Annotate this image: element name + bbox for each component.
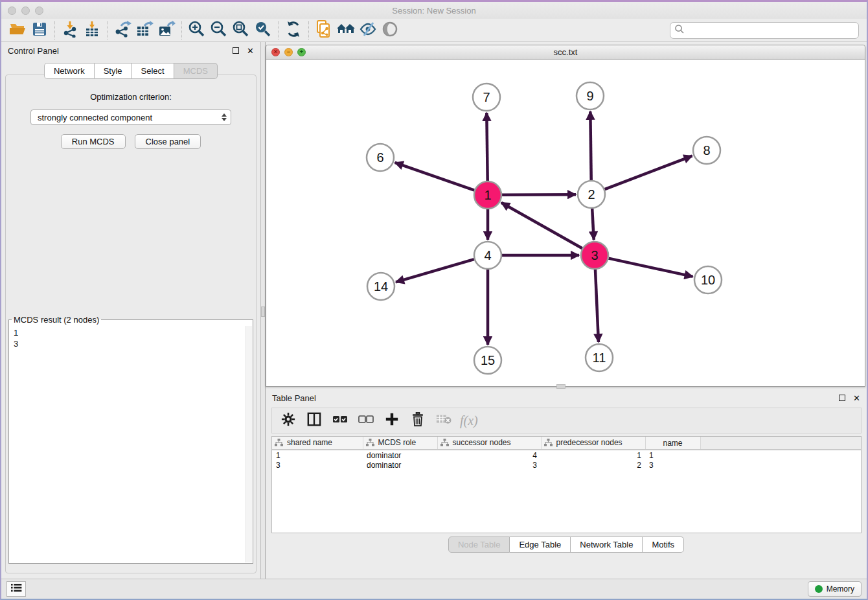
split-columns-icon (307, 412, 321, 429)
show-graphics-details-button[interactable] (357, 21, 379, 40)
tab-network[interactable]: Network (44, 63, 95, 79)
import-table-icon (84, 21, 100, 40)
close-table-panel-icon[interactable]: ✕ (853, 394, 860, 402)
table-settings-button[interactable] (279, 411, 298, 430)
search-icon (674, 24, 685, 37)
graph-edge-1-2[interactable] (502, 194, 576, 195)
toolbar-separator (107, 21, 108, 40)
float-table-panel-icon[interactable] (839, 395, 845, 401)
table-row[interactable]: 3 dominator 3 2 3 (272, 460, 861, 470)
column-header-mcds-role[interactable]: MCDS role (363, 437, 437, 450)
cell-successor-nodes[interactable]: 4 (437, 450, 541, 460)
selected-criterion: strongly connected component (38, 113, 222, 122)
cell-successor-nodes[interactable]: 3 (437, 460, 541, 470)
tab-select[interactable]: Select (132, 63, 174, 79)
graph-edge-3-1[interactable] (501, 203, 582, 248)
close-panel-icon[interactable]: ✕ (247, 47, 254, 55)
export-table-button[interactable] (133, 21, 155, 40)
export-network-button[interactable] (111, 21, 133, 40)
search-input[interactable] (685, 25, 854, 35)
control-panel: Control Panel ✕ Network Style Select MCD… (1, 42, 260, 579)
tab-style[interactable]: Style (95, 63, 132, 79)
gear-icon (281, 412, 295, 429)
fx-icon: f(x) (460, 413, 478, 428)
function-builder-button[interactable]: f(x) (460, 411, 478, 430)
column-header-successor-nodes[interactable]: successor nodes (437, 437, 541, 450)
optimization-criterion-label: Optimization criterion: (6, 92, 256, 102)
save-session-button[interactable] (29, 21, 51, 40)
export-network-icon (113, 21, 131, 40)
create-column-button[interactable] (382, 411, 402, 430)
select-all-columns-button[interactable] (330, 411, 350, 430)
optimization-criterion-select[interactable]: strongly connected component (30, 110, 231, 125)
clone-network-button[interactable] (313, 21, 335, 40)
graph-node-label-8: 8 (703, 143, 710, 157)
zoom-fit-button[interactable] (230, 21, 252, 40)
graph-edge-3-10[interactable] (608, 259, 692, 277)
column-header-predecessor-nodes[interactable]: predecessor nodes (541, 437, 645, 450)
toolbar-separator (181, 21, 182, 40)
open-file-button[interactable] (6, 21, 29, 40)
cell-predecessor-nodes[interactable]: 2 (541, 460, 645, 470)
graph-edge-1-7[interactable] (486, 113, 487, 181)
delete-table-icon (436, 413, 451, 428)
unchecked-boxes-icon (358, 414, 374, 427)
vertical-splitter[interactable] (260, 42, 266, 579)
cell-shared-name[interactable]: 1 (272, 450, 363, 460)
refresh-button[interactable] (282, 21, 304, 40)
tab-network-table[interactable]: Network Table (571, 537, 643, 553)
zoom-selected-button[interactable] (252, 21, 274, 40)
tab-edge-table[interactable]: Edge Table (510, 537, 571, 553)
save-icon (32, 21, 47, 40)
table-row[interactable]: 1 dominator 4 1 1 (272, 450, 861, 460)
main-toolbar (1, 19, 867, 42)
tab-motifs[interactable]: Motifs (643, 537, 684, 553)
unselect-all-columns-button[interactable] (356, 411, 376, 430)
import-table-button[interactable] (81, 21, 103, 40)
cell-predecessor-nodes[interactable]: 1 (541, 450, 645, 460)
import-network-button[interactable] (59, 21, 81, 40)
node-table: shared name MCDS role successor nodes pr… (271, 436, 862, 533)
splitter-handle[interactable] (261, 306, 265, 317)
network-canvas[interactable]: 1234678910111415 (266, 60, 865, 386)
graph-edge-2-8[interactable] (605, 156, 692, 190)
network-resize-handle[interactable] (556, 384, 565, 389)
graph-node-label-4: 4 (484, 248, 491, 262)
graph-edge-1-6[interactable] (395, 163, 475, 190)
graph-edge-4-14[interactable] (396, 259, 474, 282)
delete-column-button[interactable] (408, 411, 428, 430)
status-bar: Memory (1, 579, 867, 599)
graph-edge-3-11[interactable] (595, 270, 599, 342)
cell-name[interactable]: 3 (645, 460, 700, 470)
column-header-name[interactable]: name (645, 437, 700, 450)
birds-eye-view-button[interactable] (379, 21, 401, 40)
result-scrollbar[interactable] (246, 326, 252, 562)
mcds-result-text[interactable]: 1 3 (10, 326, 245, 562)
float-panel-icon[interactable] (233, 47, 239, 54)
cell-mcds-role[interactable]: dominator (363, 450, 437, 460)
column-header-shared-name[interactable]: shared name (272, 437, 363, 450)
memory-button[interactable]: Memory (808, 581, 862, 597)
export-image-icon (157, 21, 176, 40)
run-mcds-button[interactable]: Run MCDS (61, 134, 126, 149)
cell-name[interactable]: 1 (645, 450, 700, 460)
export-image-button[interactable] (155, 21, 177, 40)
zoom-out-button[interactable] (208, 21, 230, 40)
cell-mcds-role[interactable]: dominator (363, 460, 437, 470)
zoom-in-button[interactable] (186, 21, 208, 40)
eye-slash-icon (359, 21, 377, 40)
cell-shared-name[interactable]: 3 (272, 460, 363, 470)
tab-node-table[interactable]: Node Table (448, 537, 510, 553)
task-history-button[interactable] (6, 581, 26, 597)
graph-edge-2-3[interactable] (592, 209, 594, 240)
tab-mcds[interactable]: MCDS (174, 63, 218, 79)
close-panel-button[interactable]: Close panel (135, 134, 201, 149)
graph-edge-2-9[interactable] (590, 111, 591, 180)
delete-table-button[interactable] (434, 411, 453, 430)
zoom-fit-icon (232, 20, 250, 41)
graph-node-label-2: 2 (588, 187, 595, 202)
layout-home-icon-button[interactable] (335, 21, 357, 40)
table-panel-header: Table Panel ✕ (266, 389, 867, 406)
show-column-panel-button[interactable] (304, 411, 324, 430)
network-window-title: scc.txt (266, 47, 865, 57)
